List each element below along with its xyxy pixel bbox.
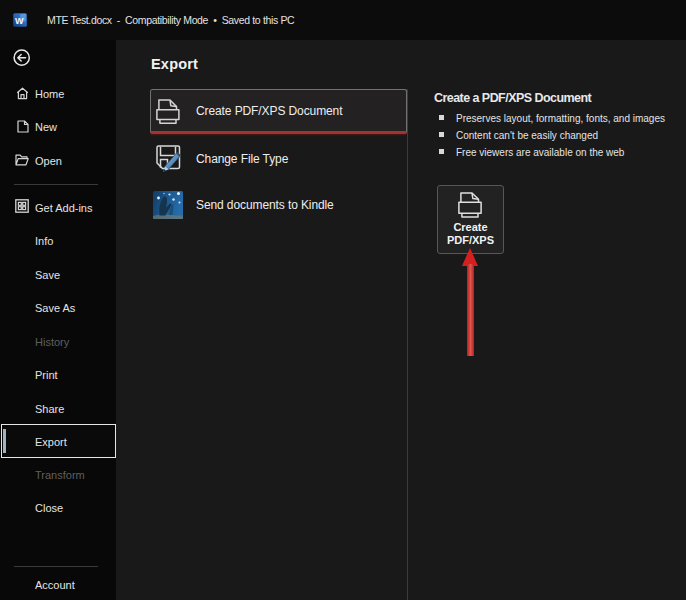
- svg-text:W: W: [15, 15, 24, 25]
